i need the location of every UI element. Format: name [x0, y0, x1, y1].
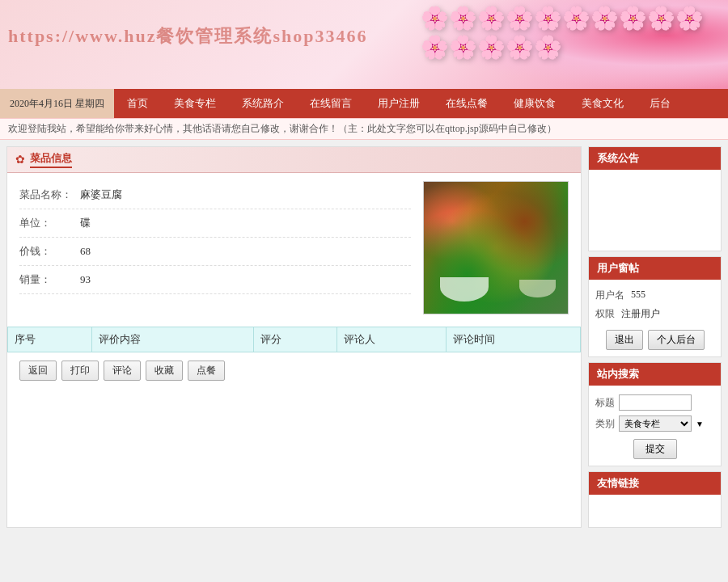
nav-order[interactable]: 在线点餐 [433, 89, 501, 118]
user-field-role: 权限 注册用户 [595, 305, 714, 323]
role-value: 注册用户 [621, 307, 660, 321]
profile-button[interactable]: 个人后台 [648, 330, 705, 350]
col-time: 评论时间 [446, 327, 580, 352]
flower-decoration [421, 4, 712, 63]
print-button[interactable]: 打印 [61, 361, 99, 381]
nav-links: 首页 美食专栏 系统路介 在线留言 用户注册 在线点餐 健康饮食 美食文化 后台 [114, 89, 728, 118]
header-banner: https://www.huz餐饮管理系统shop33466 [0, 0, 728, 89]
dish-field-unit: 单位： 碟 [19, 209, 411, 238]
nav-healthy[interactable]: 健康饮食 [501, 89, 569, 118]
username-value: 555 [631, 289, 645, 302]
label-name: 菜品名称： [19, 188, 72, 202]
dish-field-name: 菜品名称： 麻婆豆腐 [19, 181, 411, 209]
nav-culture[interactable]: 美食文化 [569, 89, 637, 118]
search-header: 站内搜索 [589, 363, 721, 386]
search-category-label: 类别 [595, 417, 615, 431]
action-buttons: 返回 打印 评论 收藏 点餐 [7, 352, 581, 389]
food-bowl-1 [440, 277, 489, 302]
search-title-input[interactable] [619, 394, 692, 411]
dish-field-sales: 销量： 93 [19, 266, 411, 294]
header-url-text: https://www.huz餐饮管理系统shop33466 [8, 24, 367, 48]
system-notice-header: 系统公告 [589, 147, 721, 170]
user-panel-header: 用户窗帖 [589, 257, 721, 280]
col-author: 评论人 [337, 327, 447, 352]
comments-table: 序号 评价内容 评分 评论人 评论时间 [7, 327, 581, 352]
nav-register[interactable]: 用户注册 [365, 89, 433, 118]
search-title-field: 标题 [595, 392, 714, 413]
user-panel-body: 用户名 555 权限 注册用户 退出 个人后台 [589, 280, 721, 356]
dish-image-inner [424, 182, 568, 314]
search-submit-button[interactable]: 提交 [633, 439, 677, 459]
nav-date: 2020年4月16日 星期四 [0, 89, 114, 118]
nav-system-intro[interactable]: 系统路介 [229, 89, 297, 118]
food-bowl-2 [519, 280, 556, 297]
marquee-bar: 欢迎登陆我站，希望能给你带来好心情，其他话语请您自己修改，谢谢合作！（主：此处文… [0, 118, 728, 140]
value-unit: 碟 [80, 216, 91, 230]
value-price: 68 [80, 245, 91, 258]
sidebar: 系统公告 用户窗帖 用户名 555 权限 注册用户 退出 个人后台 [588, 146, 722, 528]
friends-section: 友情链接 [588, 471, 722, 528]
dish-field-price: 价钱： 68 [19, 238, 411, 266]
search-category-field: 类别 美食专栏 ▼ [595, 413, 714, 434]
dish-info: 菜品名称： 麻婆豆腐 单位： 碟 价钱： 68 销量： 93 [7, 173, 581, 323]
role-label: 权限 [595, 307, 615, 321]
search-category-select[interactable]: 美食专栏 [619, 415, 692, 432]
label-price: 价钱： [19, 244, 72, 259]
header-flowers [421, 0, 728, 89]
nav-bar: 2020年4月16日 星期四 首页 美食专栏 系统路介 在线留言 用户注册 在线… [0, 89, 728, 118]
dish-details: 菜品名称： 麻婆豆腐 单位： 碟 价钱： 68 销量： 93 [19, 181, 411, 314]
friends-header: 友情链接 [589, 472, 721, 495]
user-field-name: 用户名 555 [595, 286, 714, 305]
nav-home[interactable]: 首页 [114, 89, 161, 118]
dropdown-icon: ▼ [696, 420, 704, 428]
user-panel-section: 用户窗帖 用户名 555 权限 注册用户 退出 个人后台 [588, 256, 722, 357]
comment-button[interactable]: 评论 [104, 361, 141, 381]
content-area: ✿ 菜品信息 菜品名称： 麻婆豆腐 单位： 碟 价钱： 68 销量： [6, 146, 582, 528]
section-icon: ✿ [15, 153, 25, 167]
order-button[interactable]: 点餐 [188, 361, 225, 381]
section-header: ✿ 菜品信息 [7, 147, 581, 173]
system-notice-body [589, 170, 721, 251]
nav-guestbook[interactable]: 在线留言 [297, 89, 365, 118]
col-score: 评分 [253, 327, 337, 352]
label-sales: 销量： [19, 272, 72, 287]
search-body: 标题 类别 美食专栏 ▼ 提交 [589, 386, 721, 466]
value-name: 麻婆豆腐 [80, 188, 122, 202]
nav-admin[interactable]: 后台 [637, 89, 684, 118]
main-container: ✿ 菜品信息 菜品名称： 麻婆豆腐 单位： 碟 价钱： 68 销量： [0, 140, 728, 534]
search-title-label: 标题 [595, 396, 615, 410]
col-content: 评价内容 [91, 327, 253, 352]
username-label: 用户名 [595, 289, 624, 302]
system-notice-section: 系统公告 [588, 146, 722, 251]
dish-image [423, 181, 569, 314]
search-section: 站内搜索 标题 类别 美食专栏 ▼ 提交 [588, 362, 722, 466]
back-button[interactable]: 返回 [19, 361, 57, 381]
section-title: 菜品信息 [30, 151, 72, 168]
label-unit: 单位： [19, 216, 72, 230]
nav-food-column[interactable]: 美食专栏 [161, 89, 229, 118]
value-sales: 93 [80, 273, 91, 286]
collect-button[interactable]: 收藏 [146, 361, 183, 381]
marquee-text: 欢迎登陆我站，希望能给你带来好心情，其他话语请您自己修改，谢谢合作！（主：此处文… [8, 123, 557, 134]
friends-body [589, 495, 721, 527]
logout-button[interactable]: 退出 [606, 330, 643, 350]
col-number: 序号 [8, 327, 92, 352]
user-buttons: 退出 个人后台 [595, 330, 714, 350]
